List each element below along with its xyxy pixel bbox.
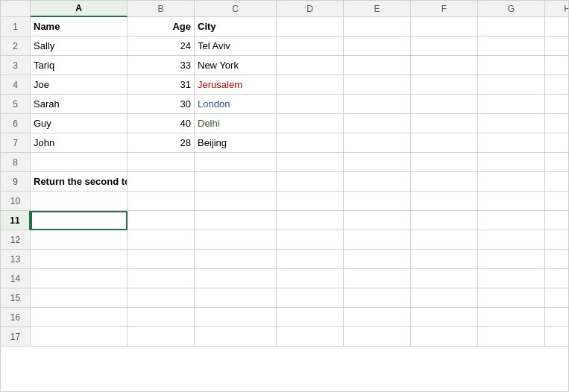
cell-d4[interactable] [277,75,344,95]
cell-c14[interactable] [195,269,277,288]
cell-g10[interactable] [478,192,545,211]
cell-f2[interactable] [411,37,478,56]
cell-f11[interactable] [411,211,478,230]
cell-b16[interactable] [128,308,195,327]
cell-h1[interactable] [545,17,568,37]
cell-a6[interactable]: Guy [31,114,128,133]
cell-h15[interactable] [545,288,568,308]
cell-d14[interactable] [277,269,344,288]
cell-b14[interactable] [128,269,195,288]
cell-c1[interactable]: City [195,17,277,37]
cell-b3[interactable]: 33 [128,56,195,75]
cell-e10[interactable] [344,192,411,211]
cell-b9[interactable] [128,172,195,192]
cell-g8[interactable] [478,153,545,172]
cell-c2[interactable]: Tel Aviv [195,37,277,56]
cell-e1[interactable] [344,17,411,37]
cell-d10[interactable] [277,192,344,211]
cell-h10[interactable] [545,192,568,211]
cell-c17[interactable] [195,327,277,347]
cell-d5[interactable] [277,95,344,114]
cell-h7[interactable] [545,133,568,153]
cell-e2[interactable] [344,37,411,56]
cell-c7[interactable]: Beijing [195,133,277,153]
cell-f13[interactable] [411,250,478,269]
cell-g5[interactable] [478,95,545,114]
cell-h6[interactable] [545,114,568,133]
cell-e11[interactable] [344,211,411,230]
cell-g2[interactable] [478,37,545,56]
cell-b11[interactable] [128,211,195,230]
cell-b5[interactable]: 30 [128,95,195,114]
cell-f16[interactable] [411,308,478,327]
cell-c5[interactable]: London [195,95,277,114]
cell-e12[interactable] [344,230,411,250]
cell-a8[interactable] [31,153,128,172]
cell-g9[interactable] [478,172,545,192]
cell-g16[interactable] [478,308,545,327]
cell-g11[interactable] [478,211,545,230]
cell-h16[interactable] [545,308,568,327]
cell-a15[interactable] [31,288,128,308]
cell-d8[interactable] [277,153,344,172]
cell-c8[interactable] [195,153,277,172]
cell-c3[interactable]: New York [195,56,277,75]
cell-d16[interactable] [277,308,344,327]
cell-a7[interactable]: John [31,133,128,153]
cell-b12[interactable] [128,230,195,250]
cell-c9[interactable] [195,172,277,192]
cell-b6[interactable]: 40 [128,114,195,133]
cell-h8[interactable] [545,153,568,172]
cell-f8[interactable] [411,153,478,172]
cell-h9[interactable] [545,172,568,192]
cell-b7[interactable]: 28 [128,133,195,153]
cell-e14[interactable] [344,269,411,288]
cell-g1[interactable] [478,17,545,37]
cell-h17[interactable] [545,327,568,347]
cell-g15[interactable] [478,288,545,308]
cell-b1[interactable]: Age [128,17,195,37]
cell-a13[interactable] [31,250,128,269]
cell-d3[interactable] [277,56,344,75]
cell-e4[interactable] [344,75,411,95]
cell-f4[interactable] [411,75,478,95]
cell-g12[interactable] [478,230,545,250]
cell-g17[interactable] [478,327,545,347]
cell-d6[interactable] [277,114,344,133]
cell-a4[interactable]: Joe [31,75,128,95]
cell-f1[interactable] [411,17,478,37]
cell-e15[interactable] [344,288,411,308]
cell-h2[interactable] [545,37,568,56]
cell-c15[interactable] [195,288,277,308]
cell-d7[interactable] [277,133,344,153]
cell-h4[interactable] [545,75,568,95]
cell-c12[interactable] [195,230,277,250]
cell-e17[interactable] [344,327,411,347]
cell-h5[interactable] [545,95,568,114]
cell-a2[interactable]: Sally [31,37,128,56]
cell-f17[interactable] [411,327,478,347]
cell-d15[interactable] [277,288,344,308]
cell-b2[interactable]: 24 [128,37,195,56]
cell-f9[interactable] [411,172,478,192]
cell-f12[interactable] [411,230,478,250]
cell-c10[interactable] [195,192,277,211]
cell-d9[interactable] [277,172,344,192]
cell-g4[interactable] [478,75,545,95]
cell-a1[interactable]: Name [31,17,128,37]
cell-b8[interactable] [128,153,195,172]
cell-e8[interactable] [344,153,411,172]
cell-g13[interactable] [478,250,545,269]
cell-f6[interactable] [411,114,478,133]
cell-d17[interactable] [277,327,344,347]
cell-d12[interactable] [277,230,344,250]
cell-d1[interactable] [277,17,344,37]
cell-d13[interactable] [277,250,344,269]
cell-h3[interactable] [545,56,568,75]
cell-f7[interactable] [411,133,478,153]
cell-a16[interactable] [31,308,128,327]
cell-a3[interactable]: Tariq [31,56,128,75]
cell-e16[interactable] [344,308,411,327]
cell-e6[interactable] [344,114,411,133]
cell-f15[interactable] [411,288,478,308]
